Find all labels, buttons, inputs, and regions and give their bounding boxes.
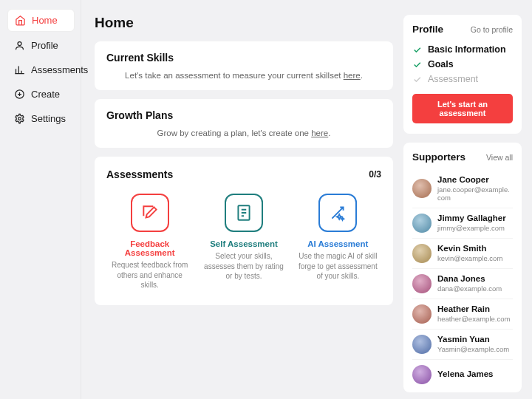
assessment-title: AI Assessment (295, 239, 381, 248)
sidebar-item-label: Create (31, 89, 60, 100)
supporter-name: Heather Rain (437, 304, 513, 315)
supporter-name: Yelena James (437, 369, 513, 380)
supporter-item[interactable]: Dana Jonesdana@example.com (412, 269, 513, 299)
current-skills-link[interactable]: here (344, 71, 361, 80)
avatar (412, 179, 432, 198)
sidebar-item-profile[interactable]: Profile (7, 35, 75, 56)
avatar (412, 214, 432, 233)
supporter-name: Yasmin Yuan (437, 335, 513, 345)
assessment-desc: Use the magic AI of skill forge to get a… (295, 251, 381, 282)
sparkle-icon (318, 194, 357, 232)
profile-heading: Profile (412, 24, 443, 35)
page-title: Home (95, 15, 393, 31)
supporter-name: Jimmy Gallagher (437, 214, 513, 224)
assessment-title: Self Assessment (200, 239, 287, 248)
supporter-item[interactable]: Jane Cooperjane.cooper@example.com (412, 170, 513, 208)
sidebar-item-label: Home (32, 15, 58, 26)
profile-item-label: Assessment (428, 74, 478, 84)
growth-plans-link[interactable]: here (311, 129, 328, 137)
assessment-desc: Request feedback from others and enhance… (106, 260, 193, 290)
supporter-item[interactable]: Jimmy Gallagherjimmy@example.com (412, 208, 513, 239)
home-icon (15, 15, 26, 26)
view-all-link[interactable]: View all (486, 153, 513, 162)
current-skills-caption: Let's take an assessment to measure your… (106, 71, 381, 80)
supporter-name: Dana Jones (437, 274, 513, 284)
growth-plans-card: Growth Plans Grow by creating a plan, le… (95, 99, 393, 148)
supporter-name: Jane Cooper (437, 175, 513, 185)
sidebar-item-assessments[interactable]: Assessments (7, 59, 75, 81)
avatar (412, 244, 432, 263)
supporter-email: Yasmin@example.com (437, 345, 513, 353)
supporters-heading: Supporters (412, 151, 466, 163)
sidebar-item-label: Assessments (31, 64, 88, 75)
supporter-item[interactable]: Kevin Smithkevin@example.com (412, 239, 513, 269)
assessment-desc: Select your skills, assesses them by rat… (200, 251, 287, 282)
profile-item: Basic Information (412, 42, 513, 57)
plus-icon (14, 89, 25, 100)
avatar (412, 335, 432, 354)
supporter-email: jimmy@example.com (437, 224, 513, 232)
supporters-card: Supporters View all Jane Cooperjane.coop… (403, 143, 522, 392)
assessment-red[interactable]: Feedback AssessmentRequest feedback from… (106, 194, 193, 290)
avatar (412, 274, 432, 293)
edit-icon (131, 194, 169, 232)
supporter-email: jane.cooper@example.com (437, 185, 513, 202)
bars-icon (14, 64, 25, 75)
current-skills-card: Current Skills Let's take an assessment … (95, 41, 393, 90)
supporter-item[interactable]: Yelena James (412, 360, 513, 389)
assessment-blue[interactable]: AI AssessmentUse the magic AI of skill f… (295, 194, 381, 290)
sidebar-item-label: Profile (31, 40, 58, 51)
supporter-email: dana@example.com (437, 284, 513, 293)
supporter-email: kevin@example.com (437, 254, 513, 262)
start-assessment-button[interactable]: Let's start an assessment (412, 94, 513, 123)
assessment-title: Feedback Assessment (106, 239, 193, 257)
sidebar-item-settings[interactable]: Settings (7, 108, 75, 129)
supporter-name: Kevin Smith (437, 244, 513, 254)
sidebar-item-home[interactable]: Home (7, 9, 75, 32)
profile-item-label: Basic Information (428, 44, 506, 55)
gear-icon (14, 113, 25, 124)
assessments-count: 0/3 (369, 169, 381, 180)
go-to-profile-link[interactable]: Go to profile (471, 25, 513, 34)
profile-item: Assessment (412, 72, 513, 86)
check-icon (412, 60, 422, 69)
supporter-item[interactable]: Heather Rainheather@example.com (412, 299, 513, 330)
sidebar-item-label: Settings (31, 113, 66, 124)
svg-point-0 (18, 42, 21, 46)
sidebar: HomeProfileAssessmentsCreateSettings (0, 0, 81, 399)
check-icon (412, 75, 422, 84)
svg-point-2 (18, 117, 21, 120)
growth-plans-caption: Grow by creating a plan, let's create on… (106, 129, 381, 137)
supporter-item[interactable]: Yasmin YuanYasmin@example.com (412, 330, 513, 360)
assessments-heading: Assessments (106, 168, 173, 180)
avatar (412, 365, 432, 384)
assessment-teal[interactable]: Self AssessmentSelect your skills, asses… (200, 194, 287, 290)
assessments-card: Assessments 0/3 Feedback AssessmentReque… (95, 157, 393, 305)
profile-item: Goals (412, 57, 513, 72)
avatar (412, 304, 432, 324)
sidebar-item-create[interactable]: Create (7, 83, 75, 105)
current-skills-heading: Current Skills (106, 52, 381, 64)
doc-icon (225, 194, 263, 232)
profile-card: Profile Go to profile Basic InformationG… (403, 15, 522, 134)
supporter-email: heather@example.com (437, 315, 513, 323)
user-icon (14, 40, 25, 51)
check-icon (412, 45, 422, 55)
profile-item-label: Goals (428, 59, 454, 69)
growth-plans-heading: Growth Plans (106, 109, 381, 121)
